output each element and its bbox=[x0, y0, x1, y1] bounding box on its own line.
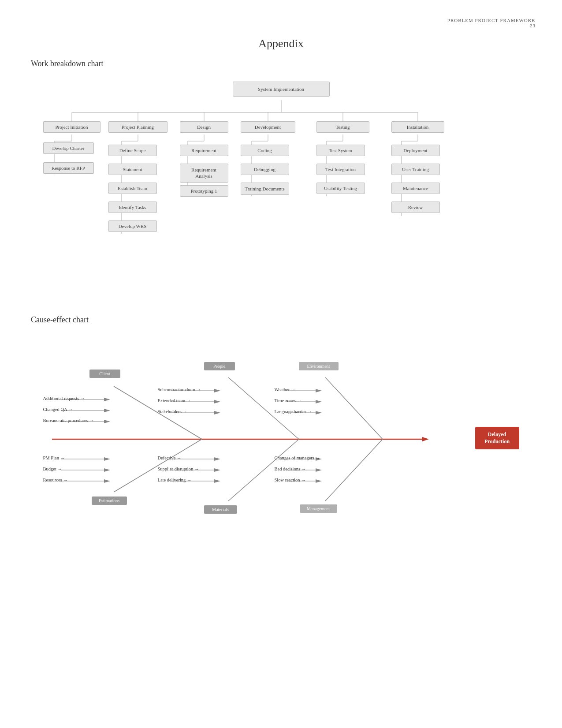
cause-effect-title: Cause-effect chart bbox=[31, 315, 531, 325]
wbs-test-system: Test System bbox=[316, 145, 365, 156]
ce-weather: Weather → bbox=[275, 387, 296, 392]
wbs-define-scope: Define Scope bbox=[108, 145, 157, 156]
ce-bureaucratic: Bureaucratic procedures → bbox=[43, 418, 94, 423]
wbs-l1-design: Design bbox=[180, 121, 228, 133]
ce-late-delivering: Late delivering → bbox=[158, 478, 192, 482]
wbs-root: System Implementation bbox=[233, 82, 330, 97]
ce-pm-plan: PM Plan → bbox=[43, 455, 65, 460]
wbs-debugging: Debugging bbox=[241, 164, 289, 175]
svg-line-53 bbox=[325, 439, 383, 501]
wbs-develop-wbs: Develop WBS bbox=[108, 220, 157, 232]
ce-client-box: Client bbox=[89, 370, 120, 378]
wbs-develop-charter: Develop Charter bbox=[43, 142, 94, 154]
svg-marker-47 bbox=[422, 437, 429, 441]
ce-slow-reaction: Slow reaction → bbox=[275, 478, 306, 482]
svg-line-49 bbox=[228, 377, 299, 439]
wbs-section: Work breakdown chart bbox=[0, 59, 562, 262]
wbs-requirement: Requirement bbox=[180, 145, 228, 156]
appendix-title: Appendix bbox=[0, 37, 562, 50]
svg-line-51 bbox=[114, 439, 202, 492]
fishbone-chart: Client People Environment Estimations Ma… bbox=[39, 342, 524, 536]
svg-marker-75 bbox=[104, 468, 110, 472]
svg-marker-73 bbox=[104, 457, 110, 461]
page-header: PROBLEM PROJECT FRAMEWORK 23 bbox=[0, 0, 562, 33]
ce-effect-box: DelayedProduction bbox=[475, 427, 519, 449]
cause-effect-section: Cause-effect chart bbox=[0, 315, 562, 536]
svg-marker-83 bbox=[214, 479, 220, 483]
wbs-establish-team: Establish Team bbox=[108, 183, 157, 194]
wbs-coding: Coding bbox=[241, 145, 289, 156]
ce-additional-requests: Additional requests → bbox=[43, 396, 85, 401]
svg-marker-67 bbox=[316, 389, 322, 392]
svg-line-50 bbox=[325, 377, 383, 439]
wbs-response-rfp: Response to RFP bbox=[43, 162, 94, 174]
wbs-training-docs: Training Documents bbox=[241, 183, 289, 195]
wbs-l1-project-planning: Project Planning bbox=[108, 121, 167, 133]
ce-changes-managers: Changes of managers → bbox=[275, 455, 320, 460]
ce-defective: Defective → bbox=[158, 455, 182, 460]
wbs-review: Review bbox=[391, 202, 440, 213]
wbs-user-training: User Training bbox=[391, 164, 440, 175]
svg-marker-65 bbox=[214, 411, 220, 414]
ce-subcontractor: Subcontractor churn → bbox=[158, 387, 201, 392]
wbs-l1-installation: Installation bbox=[391, 121, 444, 133]
ce-bad-decisions: Bad decisions → bbox=[275, 467, 306, 471]
wbs-prototyping: Prototyping 1 bbox=[180, 185, 228, 197]
page-number: 23 bbox=[26, 23, 536, 28]
svg-marker-89 bbox=[316, 479, 322, 483]
wbs-title: Work breakdown chart bbox=[31, 59, 562, 68]
ce-estimations-box: Estimations bbox=[92, 497, 127, 505]
ce-people-box: People bbox=[204, 362, 235, 370]
ce-budget: Budget → bbox=[43, 467, 62, 471]
ce-stakeholders: Stakeholders → bbox=[158, 409, 187, 414]
wbs-statement: Statement bbox=[108, 164, 157, 175]
wbs-test-integration: Test Integration bbox=[316, 164, 365, 175]
ce-extended-team: Extended team → bbox=[158, 398, 191, 403]
svg-marker-57 bbox=[104, 409, 110, 412]
svg-marker-71 bbox=[316, 411, 322, 414]
wbs-chart: System Implementation Project Initiation… bbox=[30, 77, 532, 262]
ce-time-zones: Time zones → bbox=[275, 398, 301, 403]
wbs-deployment: Deployment bbox=[391, 145, 440, 156]
wbs-l1-testing: Testing bbox=[316, 121, 369, 133]
svg-marker-79 bbox=[214, 457, 220, 461]
wbs-usability-testing: Usability Testing bbox=[316, 183, 365, 194]
svg-marker-81 bbox=[214, 468, 220, 472]
ce-environment-box: Environment bbox=[299, 362, 339, 370]
wbs-l1-development: Development bbox=[241, 121, 295, 133]
wbs-maintenance: Maintenance bbox=[391, 183, 440, 194]
wbs-requirement-analysis: Requirement Analysis bbox=[180, 164, 228, 183]
svg-marker-55 bbox=[104, 398, 110, 401]
svg-marker-61 bbox=[214, 389, 220, 392]
ce-materials-box: Materials bbox=[204, 505, 237, 514]
ce-resources: Resources → bbox=[43, 478, 68, 482]
svg-marker-59 bbox=[104, 420, 110, 423]
svg-marker-77 bbox=[104, 479, 110, 483]
svg-marker-63 bbox=[214, 400, 220, 403]
svg-marker-69 bbox=[316, 400, 322, 403]
svg-marker-87 bbox=[316, 468, 322, 472]
ce-management-box: Management bbox=[300, 504, 337, 513]
ce-changed-qa: Changed QA → bbox=[43, 407, 73, 412]
document-title: PROBLEM PROJECT FRAMEWORK bbox=[447, 18, 536, 23]
wbs-l1-project-initiation: Project Initiation bbox=[43, 121, 100, 133]
ce-supplier-disruption: Supplier disruption → bbox=[158, 467, 199, 471]
ce-language-barrier: Language barrier → bbox=[275, 409, 312, 414]
wbs-identify-tasks: Identify Tasks bbox=[108, 202, 157, 213]
